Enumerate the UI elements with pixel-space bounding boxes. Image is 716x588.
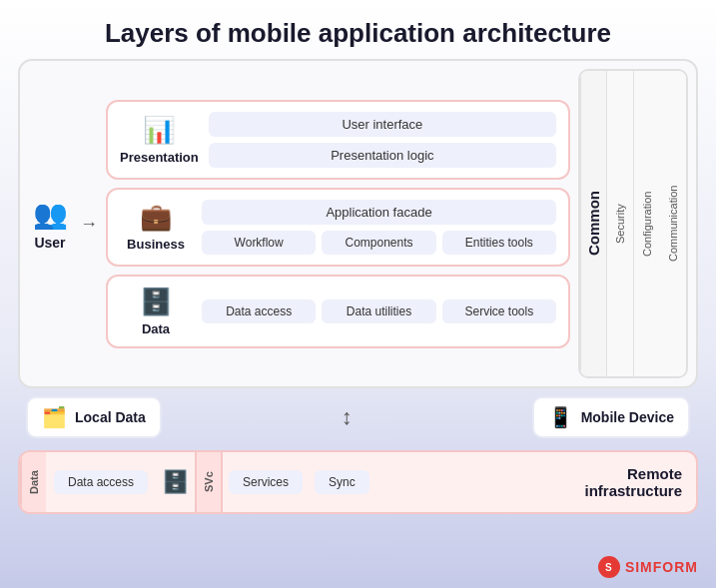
simform-logo: S SIMFORM	[598, 556, 698, 578]
remote-sync-chip: Sync	[315, 470, 369, 494]
presentation-label: Presentation	[120, 150, 199, 165]
user-icon: 👥	[33, 198, 68, 231]
remote-data-label: Data	[20, 452, 46, 512]
data-icon-label: 🗄️ Data	[120, 287, 192, 336]
user-label: User	[34, 235, 65, 251]
layers-column: 📊 Presentation User interface Presentati…	[106, 100, 570, 348]
data-tools-row: Data access Data utilities Service tools	[202, 299, 556, 323]
components-chip: Components	[322, 231, 435, 255]
presentation-content: User interface Presentation logic	[209, 112, 556, 168]
local-data-label: Local Data	[75, 409, 146, 425]
remote-db-icon: 🗄️	[162, 469, 189, 495]
business-tools-row: Workflow Components Entities tools	[202, 231, 556, 255]
configuration-col: Configuration	[633, 71, 660, 376]
data-icon: 🗄️	[140, 287, 172, 317]
presentation-logic-chip: Presentation logic	[209, 143, 556, 168]
workflow-chip: Workflow	[202, 231, 316, 255]
remote-infra-label: Remote infrastructure	[584, 465, 682, 499]
presentation-icon: 📊	[143, 115, 175, 146]
service-tools-chip: Service tools	[442, 299, 556, 323]
mobile-icon: 📱	[548, 405, 573, 429]
remote-svc-label: SVc	[195, 452, 223, 512]
security-col: Security	[606, 71, 633, 376]
vertical-arrow: ↕	[342, 404, 353, 430]
business-icon-label: 💼 Business	[120, 202, 192, 252]
presentation-icon-label: 📊 Presentation	[120, 115, 199, 165]
page-title: Layers of mobile application architectur…	[0, 0, 716, 59]
data-utilities-chip: Data utilities	[322, 299, 435, 323]
remote-section: Data Data access 🗄️ SVc Services Sync Re…	[18, 450, 698, 514]
remote-services-chip: Services	[229, 470, 303, 494]
common-label: Common	[580, 71, 606, 376]
remote-data-access-chip: Data access	[54, 470, 148, 494]
presentation-layer: 📊 Presentation User interface Presentati…	[106, 100, 570, 180]
data-access-chip: Data access	[202, 299, 316, 323]
simform-text: SIMFORM	[625, 559, 698, 575]
business-icon: 💼	[140, 202, 172, 233]
data-label: Data	[142, 321, 170, 336]
common-inner: Common Security Configuration Communicat…	[580, 71, 686, 376]
mobile-device-block: 📱 Mobile Device	[532, 396, 690, 438]
business-content: Application facade Workflow Components E…	[202, 200, 556, 255]
data-layer: 🗄️ Data Data access Data utilities Servi…	[106, 275, 570, 348]
business-layer: 💼 Business Application facade Workflow C…	[106, 188, 570, 267]
simform-icon: S	[598, 556, 620, 578]
data-content: Data access Data utilities Service tools	[202, 299, 556, 323]
left-section: 👥 User → 📊 Presentation User interface P…	[28, 69, 570, 378]
arrow-to-layers: →	[80, 214, 98, 235]
local-data-block: 🗂️ Local Data	[26, 396, 162, 438]
mobile-device-label: Mobile Device	[581, 409, 674, 425]
user-interface-chip: User interface	[209, 112, 556, 137]
main-diagram: 👥 User → 📊 Presentation User interface P…	[18, 59, 698, 388]
business-label: Business	[127, 237, 185, 252]
communication-col: Communication	[660, 71, 686, 376]
entities-tools-chip: Entities tools	[442, 231, 556, 255]
application-facade-chip: Application facade	[202, 200, 556, 225]
user-block: 👥 User	[28, 198, 72, 251]
common-section: Common Security Configuration Communicat…	[578, 69, 688, 378]
local-data-icon: 🗂️	[42, 405, 67, 429]
